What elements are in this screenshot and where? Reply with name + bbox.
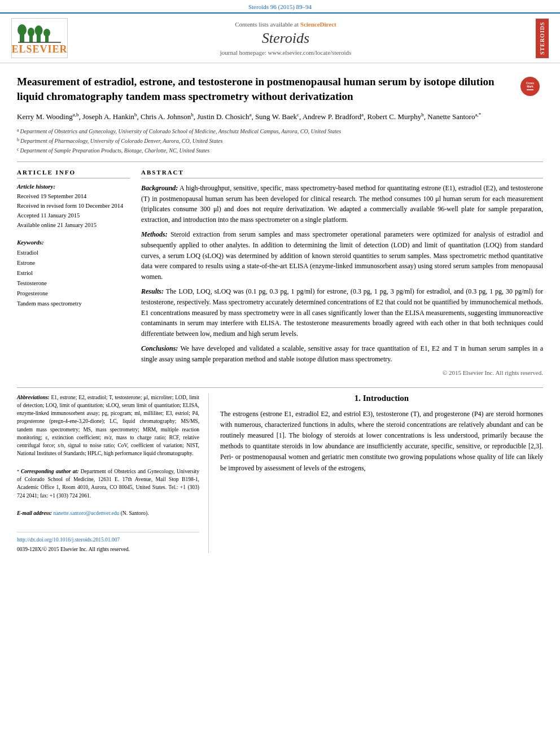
article-dates: Received 19 September 2014 Received in r… — [17, 192, 130, 230]
keyword-testosterone: Testosterone — [17, 278, 130, 289]
right-column: Abstract Background: A high-throughput, … — [141, 169, 543, 376]
email-note: E-mail address: nanette.santoro@ucdenver… — [17, 509, 199, 517]
journal-center: Contents lists available at ScienceDirec… — [68, 21, 504, 56]
available-date: Available online 21 January 2015 — [17, 221, 130, 230]
elsevier-logo: ELSEVIER — [11, 18, 68, 58]
svg-point-3 — [28, 28, 34, 37]
methods-label: Methods: — [141, 230, 168, 238]
footnotes-col: Abbreviations: E1, estrone; E2, estradio… — [17, 394, 209, 554]
article-title: Measurement of estradiol, estrone, and t… — [17, 75, 520, 103]
elsevier-wordmark: ELSEVIER — [11, 43, 67, 55]
crossmark-badge: Cross Mark — [520, 77, 543, 96]
crossmark-icon: Cross Mark — [520, 77, 540, 96]
keyword-tandem: Tandem mass spectrometry — [17, 299, 130, 309]
sciencedirect-line: Contents lists available at ScienceDirec… — [68, 21, 504, 28]
intro-paragraph: The estrogens (estrone E1, estradiol E2,… — [220, 409, 543, 474]
article-info-box: Article Info Article history: Received 1… — [17, 169, 130, 230]
steroids-side-label: STEROIDS — [536, 19, 549, 58]
journal-homepage: journal homepage: www.elsevier.com/locat… — [68, 49, 504, 56]
main-content: Measurement of estradiol, estrone, and t… — [0, 63, 560, 382]
background-text: A high-throughput, sensitive, specific, … — [141, 184, 543, 224]
abstract-results: Results: The LOD, LOQ, sLOQ was (0.1 pg,… — [141, 286, 543, 339]
methods-text: Steroid extraction from serum samples an… — [141, 230, 543, 280]
steroids-logo-right: STEROIDS — [504, 19, 549, 58]
article-info-header: Article Info — [17, 169, 130, 178]
journal-ref-bar: Steroids 96 (2015) 89–94 — [0, 0, 560, 12]
journal-title-display: Steroids — [68, 30, 504, 47]
affil-b: b Department of Pharmacology, University… — [17, 137, 543, 145]
intro-title: 1. Introduction — [220, 394, 543, 403]
article-title-section: Measurement of estradiol, estrone, and t… — [17, 75, 543, 103]
elsevier-tree-icon — [17, 21, 62, 43]
intro-col: 1. Introduction The estrogens (estrone E… — [220, 394, 543, 554]
sciencedirect-link[interactable]: ScienceDirect — [300, 21, 336, 28]
doi-link[interactable]: http://dx.doi.org/10.1016/j.steroids.201… — [17, 536, 199, 544]
bottom-section: Abbreviations: E1, estrone; E2, estradio… — [0, 394, 560, 560]
keywords-label: Keywords: — [17, 239, 130, 246]
keyword-estrone: Estrone — [17, 258, 130, 268]
journal-header: ELSEVIER Contents lists available at Sci… — [0, 12, 560, 63]
accepted-date: Accepted 11 January 2015 — [17, 211, 130, 221]
results-text: The LOD, LOQ, sLOQ was (0.1 pg, 0.3 pg, … — [141, 287, 543, 337]
received-date: Received 19 September 2014 — [17, 192, 130, 202]
abstract-header: Abstract — [141, 169, 543, 178]
abstract-background: Background: A high-throughput, sensitive… — [141, 183, 543, 225]
keywords-box: Keywords: Estradiol Estrone Estriol Test… — [17, 239, 130, 308]
conclusions-text: We have developed and validated a scalab… — [141, 344, 543, 363]
affil-a: a Department of Obstetrics and Gynecolog… — [17, 127, 543, 136]
history-label: Article history: — [17, 183, 130, 190]
copyright-line: © 2015 Elsevier Inc. All rights reserved… — [141, 369, 543, 376]
abstract-section: Abstract Background: A high-throughput, … — [141, 169, 543, 376]
section-divider — [17, 387, 543, 388]
abbreviations-note: Abbreviations: E1, estrone; E2, estradio… — [17, 394, 199, 458]
abstract-methods: Methods: Steroid extraction from serum s… — [141, 229, 543, 282]
keyword-progesterone: Progesterone — [17, 289, 130, 299]
journal-ref: Steroids 96 (2015) 89–94 — [248, 3, 312, 10]
keyword-estriol: Estriol — [17, 268, 130, 278]
svg-point-7 — [43, 29, 50, 37]
issn-line: 0039-128X/© 2015 Elsevier Inc. All right… — [17, 545, 199, 553]
svg-point-5 — [35, 25, 43, 36]
page: Steroids 96 (2015) 89–94 ELSEVIER — [0, 0, 560, 747]
two-col-layout: Article Info Article history: Received 1… — [17, 161, 543, 376]
results-label: Results: — [141, 287, 164, 295]
background-label: Background: — [141, 184, 178, 192]
email-link[interactable]: nanette.santoro@ucdenver.edu — [53, 510, 119, 516]
svg-text:Mark: Mark — [527, 85, 533, 88]
footer-links: http://dx.doi.org/10.1016/j.steroids.201… — [17, 532, 199, 554]
keyword-estradiol: Estradiol — [17, 248, 130, 258]
corresponding-author-note: * Corresponding author at: Department of… — [17, 468, 199, 500]
conclusions-label: Conclusions: — [141, 344, 178, 352]
svg-point-1 — [18, 24, 27, 36]
abstract-conclusions: Conclusions: We have developed and valid… — [141, 343, 543, 364]
revised-date: Received in revised form 10 December 201… — [17, 202, 130, 211]
authors-line: Kerry M. Woodinga,b, Joseph A. Hankinb, … — [17, 111, 543, 123]
affiliations: a Department of Obstetrics and Gynecolog… — [17, 127, 543, 155]
left-column: Article Info Article history: Received 1… — [17, 169, 130, 376]
affil-c: c Department of Sample Preparation Produ… — [17, 146, 543, 155]
